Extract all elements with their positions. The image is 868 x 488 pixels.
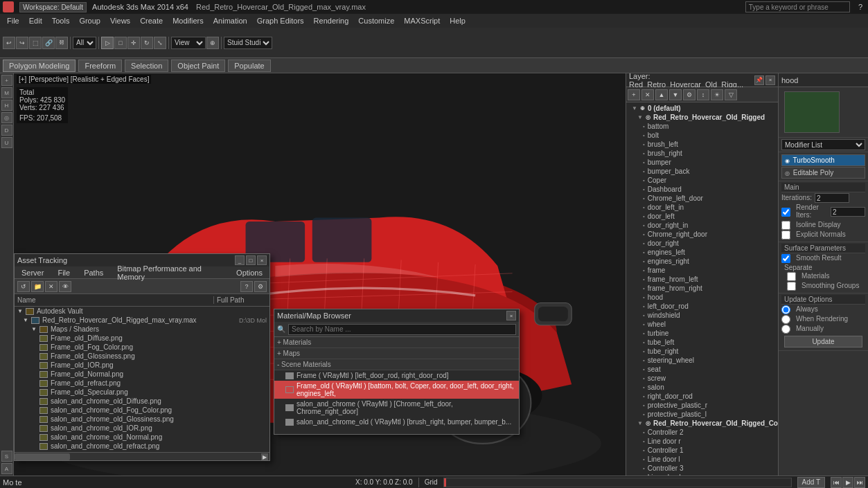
close-btn[interactable]: ×	[257, 255, 267, 265]
update-options-header[interactable]: Update Options	[781, 295, 865, 305]
list-item[interactable]: •engines_left	[626, 248, 778, 257]
list-item[interactable]: salon_and_chrome_old ( VRayMtl ) [brush_…	[274, 417, 519, 427]
maps-section[interactable]: + Maps	[274, 348, 519, 359]
list-item[interactable]: •salon	[626, 383, 778, 392]
menu-item-group[interactable]: Group	[75, 15, 105, 26]
turbosmooth-stack-item[interactable]: ◉ TurboSmooth	[781, 154, 865, 166]
iterations-input[interactable]	[815, 193, 849, 203]
layers-tree[interactable]: ▼ ⊕ 0 (default) ▼ ◎ Red_Retro_Hovercar_O…	[626, 102, 778, 488]
asset-view-btn[interactable]: 👁	[59, 281, 71, 292]
unlink-btn[interactable]: ⛓	[55, 37, 68, 49]
list-item[interactable]: •screw	[626, 374, 778, 383]
menu-item-maxscript[interactable]: MAXScript	[400, 15, 444, 26]
utilities-btn[interactable]: U	[1, 137, 12, 148]
polygon-modeling-tab[interactable]: Polygon Modeling	[3, 60, 76, 72]
menu-item-create[interactable]: Create	[136, 15, 167, 26]
list-item[interactable]: •wheel	[626, 320, 778, 329]
select-region-btn[interactable]: □	[114, 37, 127, 49]
menu-item-help[interactable]: Help	[445, 15, 470, 26]
list-item[interactable]: •door_left_in	[626, 203, 778, 212]
manually-radio[interactable]	[781, 325, 790, 334]
list-item[interactable]: •Dashboard	[626, 185, 778, 194]
redo-btn[interactable]: ↪	[16, 37, 28, 49]
render-iters-checkbox[interactable]	[781, 208, 790, 217]
snap-toggle[interactable]: S	[1, 451, 12, 462]
populate-tab[interactable]: Populate	[228, 60, 270, 72]
layer-pin-btn[interactable]: 📌	[754, 75, 764, 85]
list-item[interactable]: Frame_old_Specular.png	[15, 388, 269, 397]
selection-tab[interactable]: Selection	[125, 60, 168, 72]
editable-poly-stack-item[interactable]: ◎ Editable Poly	[781, 167, 865, 179]
asset-help-btn[interactable]: ?	[240, 281, 253, 292]
paths-menu[interactable]: Paths	[80, 267, 107, 278]
layer-delete-btn[interactable]: ✕	[641, 89, 654, 100]
object-color-swatch[interactable]	[784, 91, 840, 133]
list-item[interactable]: ▼ Red_Retro_Hovercar_Old_Rigged_max_vray…	[15, 316, 269, 325]
restore-btn[interactable]: □	[246, 255, 256, 265]
isoline-checkbox[interactable]	[781, 221, 790, 230]
list-item[interactable]: •frame_hrom_right	[626, 284, 778, 293]
scale-btn[interactable]: ⤡	[154, 37, 166, 49]
list-item[interactable]: salon_and_chrome_old_Glossiness.png	[15, 415, 269, 424]
list-item[interactable]: •tube_left	[626, 338, 778, 347]
layer-move-up-btn[interactable]: ▲	[655, 89, 668, 100]
list-item[interactable]: salon_and_chrome_old_Normal.png	[15, 433, 269, 442]
file-menu[interactable]: File	[53, 267, 74, 278]
select-btn[interactable]: ⬚	[29, 37, 42, 49]
hierarchy-btn[interactable]: H	[1, 100, 12, 111]
asset-strip-btn[interactable]: ✕	[45, 281, 57, 292]
list-item[interactable]: ▼ Autodesk Vault	[15, 307, 269, 316]
list-item[interactable]: salon_and_chrome_old_Diffuse.png	[15, 397, 269, 406]
asset-horizontal-scrollbar[interactable]: ▶	[15, 452, 269, 460]
object-paint-tab[interactable]: Object Paint	[171, 60, 225, 72]
angle-snap-btn[interactable]: A	[1, 463, 12, 474]
list-item[interactable]: •turbine	[626, 329, 778, 338]
timeline-cursor[interactable]	[444, 478, 446, 487]
explicit-normals-checkbox[interactable]	[781, 231, 790, 240]
help-btn[interactable]: ?	[856, 3, 865, 11]
always-radio[interactable]	[781, 305, 790, 314]
list-item[interactable]: •Controller 2	[626, 428, 778, 437]
list-item[interactable]: ▼ Maps / Shaders	[15, 325, 269, 334]
list-item[interactable]: Frame_old_refract.png	[15, 379, 269, 388]
list-item[interactable]: •seat	[626, 365, 778, 374]
list-item[interactable]: •Controller 3	[626, 464, 778, 473]
materials-section[interactable]: + Materials	[274, 337, 519, 348]
list-item[interactable]: salon_and_chrome_old_Fog_Color.png	[15, 406, 269, 415]
list-item[interactable]: •bumper_back	[626, 167, 778, 176]
menu-item-modifiers[interactable]: Modifiers	[168, 15, 208, 26]
list-item[interactable]: •door_right	[626, 239, 778, 248]
list-item[interactable]: salon_and_chrome_old_refract.png	[15, 442, 269, 451]
list-item[interactable]: •Chrome_right_door	[626, 230, 778, 239]
menu-item-customize[interactable]: Customize	[354, 15, 398, 26]
list-item[interactable]: •door_right_in	[626, 221, 778, 230]
scroll-right-btn[interactable]: ▶	[261, 453, 268, 460]
add-time-button[interactable]: Add T	[797, 477, 826, 488]
mat-search-input[interactable]	[288, 324, 516, 335]
menu-item-views[interactable]: Views	[106, 15, 134, 26]
layer-filter-btn[interactable]: ▽	[725, 89, 737, 100]
list-item[interactable]: ▼ ◎ Red_Retro_Hovercar_Old_Rigged_Contro…	[626, 419, 778, 428]
link-btn[interactable]: 🔗	[42, 37, 55, 49]
freeform-tab[interactable]: Freeform	[78, 60, 122, 72]
when-rendering-radio[interactable]	[781, 315, 790, 324]
list-item[interactable]: Frame_old_Fog_Color.png	[15, 343, 269, 352]
server-menu[interactable]: Server	[17, 267, 48, 278]
layer-add-btn[interactable]: +	[628, 89, 640, 100]
selection-filter[interactable]: All	[73, 37, 96, 49]
list-item[interactable]: •Coper	[626, 176, 778, 185]
layer-sort-btn[interactable]: ↕	[697, 89, 709, 100]
modify-panel-btn[interactable]: M	[1, 87, 12, 98]
list-item[interactable]: •tube_right	[626, 347, 778, 356]
list-item[interactable]: •Chrome_left_door	[626, 194, 778, 203]
list-item[interactable]: •left_door_rod	[626, 302, 778, 311]
list-item[interactable]: Frame_old_IOR.png	[15, 361, 269, 370]
menu-item-tools[interactable]: Tools	[48, 15, 74, 26]
prev-frame-btn[interactable]: ⏮	[831, 477, 842, 488]
pivot-btn[interactable]: ⊕	[206, 37, 219, 49]
move-btn[interactable]: ✛	[127, 37, 140, 49]
materials-checkbox[interactable]	[787, 272, 796, 281]
list-item[interactable]: Frame ( VRayMtl ) [left_door_rod, right_…	[274, 370, 519, 381]
timeline-bar[interactable]	[443, 478, 792, 487]
layer-close-btn[interactable]: ×	[765, 75, 775, 85]
